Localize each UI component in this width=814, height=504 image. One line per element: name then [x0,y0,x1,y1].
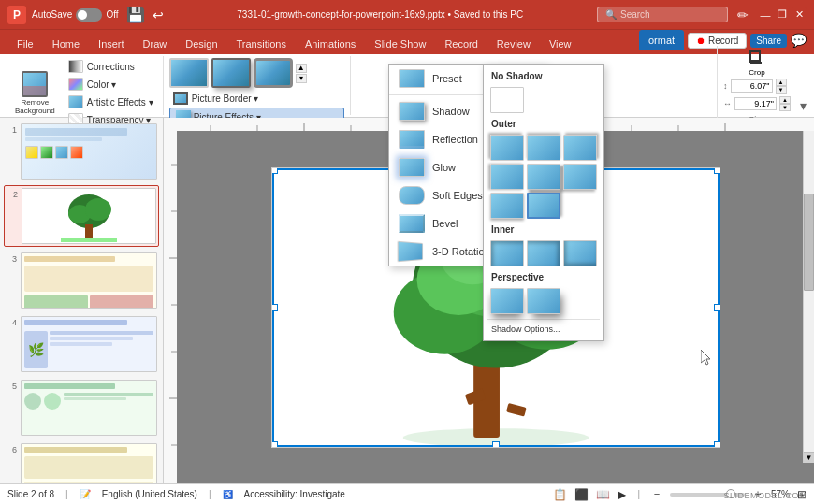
slide-1-item[interactable]: 1 [4,122,159,181]
inner-shadow-1[interactable] [490,240,524,266]
reflection-label: Reflection [432,134,478,145]
outer-shadow-6[interactable] [563,164,597,190]
tab-record[interactable]: Record [435,34,487,54]
height-down[interactable]: ▼ [776,86,787,94]
tab-design[interactable]: Design [176,34,226,54]
style-thumb-3[interactable] [254,58,293,88]
slide-1-thumb[interactable] [21,123,157,180]
close-button[interactable]: ✕ [792,7,807,22]
style-thumb-2[interactable] [211,58,251,88]
mouse-cursor [701,350,716,368]
accessibility-text: Accessibility: Investigate [244,489,345,499]
tab-file[interactable]: File [7,34,43,54]
outer-shadow-2[interactable] [527,135,560,161]
crop-button[interactable]: Crop [747,48,767,77]
search-placeholder: Search [620,9,650,20]
perspective-title: Perspective [487,269,600,285]
slide-4-item[interactable]: 4 🌿 [4,314,159,374]
width-input[interactable] [734,97,777,110]
outer-shadow-8[interactable] [527,193,560,219]
artistic-effects-label: Artistic Effects ▾ [87,97,153,108]
adjust-group: RemoveBackground Corrections Color ▾ Art… [4,56,164,115]
collapse-icon[interactable]: ▾ [800,98,807,113]
slide-4-number: 4 [6,316,17,327]
no-shadow-item[interactable] [490,87,524,113]
tab-transitions[interactable]: Transitions [227,34,296,54]
bevel-icon [399,214,425,233]
tab-animations[interactable]: Animations [296,34,365,54]
edit-icon[interactable]: ✏ [737,7,749,22]
outer-shadow-5[interactable] [527,164,560,190]
outer-title: Outer [487,116,600,132]
reading-view-icon[interactable]: 📖 [596,488,610,501]
vertical-scrollbar[interactable]: ▲ ▼ [803,118,814,463]
notes-icon[interactable]: 📝 [80,489,91,499]
shadow-options-item[interactable]: Shadow Options... [487,322,600,337]
undo-icon[interactable]: ↩ [153,7,164,22]
tab-format[interactable]: ormat [639,30,684,50]
perspective-shadow-1[interactable] [490,288,524,314]
slide-view-icon[interactable]: ⬛ [574,488,589,501]
tab-slideshow[interactable]: Slide Show [365,34,435,54]
save-icon[interactable]: 💾 [126,6,145,23]
slide-2-tree-svg [61,191,117,242]
inner-shadow-2[interactable] [527,240,560,266]
width-up[interactable]: ▲ [779,96,791,104]
autosave-label: AutoSave [32,9,72,20]
slide-5-item[interactable]: 5 [4,378,159,438]
width-down[interactable]: ▼ [779,104,791,111]
inner-shadow-3[interactable] [563,240,597,266]
3d-rotation-label: 3-D Rotation [432,246,490,257]
outer-shadow-7[interactable] [490,193,524,219]
styles-expand-down[interactable]: ▾ [296,74,307,83]
remove-background-button[interactable]: RemoveBackground [9,68,61,119]
outer-shadow-1[interactable] [490,135,524,161]
tab-home[interactable]: Home [43,34,89,54]
perspective-shadow-grid [487,285,600,317]
no-shadow-title: No Shadow [487,68,600,84]
ribbon-tabs: File Home Insert Draw Design Transitions… [0,30,814,54]
separator-status: | [65,489,68,499]
notes-view-icon[interactable]: 📋 [553,488,567,501]
picture-border-button[interactable]: Picture Border ▾ [169,90,344,107]
svg-marker-44 [701,350,710,365]
crop-label: Crop [749,68,764,77]
height-input[interactable] [731,79,773,93]
inner-shadow-grid [487,238,600,269]
preset-icon [399,69,425,88]
search-box[interactable]: 🔍 Search [597,7,728,22]
corrections-label: Corrections [87,62,135,72]
slide-6-item[interactable]: 6 [4,441,159,483]
tab-view[interactable]: View [540,34,581,54]
search-icon: 🔍 [605,9,617,20]
style-thumb-1[interactable] [169,58,209,88]
slide-6-thumb[interactable] [21,443,157,483]
zoom-out-icon[interactable]: － [651,486,662,502]
slides-panel: 1 2 [0,118,164,483]
color-button[interactable]: Color ▾ [65,76,157,93]
artistic-effects-button[interactable]: Artistic Effects ▾ [65,94,157,110]
slide-2-thumb[interactable] [22,188,156,244]
shadow-sep [487,319,600,320]
restore-button[interactable]: ❐ [775,7,790,22]
outer-shadow-3[interactable] [563,135,597,161]
slide-4-thumb[interactable]: 🌿 [21,316,157,372]
autosave-toggle[interactable] [76,8,102,22]
corrections-button[interactable]: Corrections [65,58,157,75]
slide-3-thumb[interactable] [21,252,157,309]
tab-review[interactable]: Review [487,34,540,54]
tab-draw[interactable]: Draw [134,34,177,54]
styles-expand-up[interactable]: ▲ [296,64,307,73]
scroll-down-btn[interactable]: ▼ [804,452,814,463]
shadow-sub-panel: No Shadow Outer Inner Perspective Shadow… [483,64,604,341]
slide-5-thumb[interactable] [21,380,157,436]
scroll-thumb[interactable] [804,194,814,291]
outer-shadow-4[interactable] [490,164,524,190]
slideshow-icon[interactable]: ▶ [618,488,626,501]
tab-insert[interactable]: Insert [89,34,134,54]
minimize-button[interactable]: — [758,7,773,22]
height-up[interactable]: ▲ [776,79,787,86]
slide-3-item[interactable]: 3 [4,251,159,310]
perspective-shadow-2[interactable] [527,288,560,314]
slide-2-item[interactable]: 2 [4,185,159,247]
